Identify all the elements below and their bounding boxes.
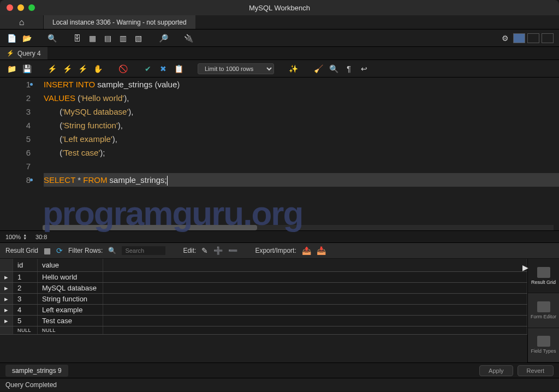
toggle-autocommit-button[interactable]: 🚫 <box>117 63 129 75</box>
open-file-button[interactable]: 📁 <box>5 63 17 75</box>
execute-button[interactable]: ⚡ <box>46 63 58 75</box>
sql-editor[interactable]: 12345678 INSERT INTO sample_strings (val… <box>0 78 559 230</box>
wrap-button[interactable]: ↩ <box>358 63 370 75</box>
bottom-tabs: sample_strings 9 Apply Revert <box>0 363 559 378</box>
close-window-button[interactable] <box>7 4 13 11</box>
collapse-arrow-icon[interactable]: ▶ <box>522 263 528 272</box>
reconnect-button[interactable]: 🔌 <box>182 32 194 44</box>
delete-row-icon[interactable]: ➖ <box>228 246 237 255</box>
maximize-window-button[interactable] <box>28 4 35 11</box>
add-row-icon[interactable]: ➕ <box>213 246 223 255</box>
column-header-empty <box>103 259 527 272</box>
create-schema-button[interactable]: 🗄 <box>71 32 83 44</box>
table-row[interactable]: ▸4Left example <box>0 305 527 316</box>
edit-row-icon[interactable]: ✎ <box>201 246 208 255</box>
result-grid-tab[interactable]: Result Grid <box>528 259 559 293</box>
zoom-control[interactable]: 100% ▲▼ <box>5 234 27 240</box>
result-toolbar: Result Grid ▦ ⟳ Filter Rows: 🔍 Edit: ✎ ➕… <box>0 242 559 259</box>
result-sidebar: ▶ Result Grid Form Editor Field Types <box>527 259 559 363</box>
table-row[interactable]: ▸3String function <box>0 294 527 305</box>
query-tab[interactable]: ⚡ Query 4 <box>0 47 47 60</box>
query-tab-label: Query 4 <box>17 50 41 57</box>
result-table[interactable]: id value ▸1Hello world▸2MySQL database▸3… <box>0 259 527 335</box>
editor-code[interactable]: INSERT INTO sample_strings (value)VALUES… <box>37 78 559 230</box>
result-grid[interactable]: id value ▸1Hello world▸2MySQL database▸3… <box>0 259 527 363</box>
query-tabs: ⚡ Query 4 <box>0 47 559 60</box>
invisible-chars-button[interactable]: ¶ <box>343 63 355 75</box>
titlebar: MySQL Workbench <box>0 0 559 15</box>
editor-status-bar: 100% ▲▼ 30:8 <box>0 230 559 242</box>
export-icon[interactable]: 📤 <box>302 246 311 255</box>
editor-gutter: 12345678 <box>0 78 37 230</box>
revert-button[interactable]: Revert <box>518 365 554 376</box>
beautify-button[interactable]: ✨ <box>287 63 299 75</box>
result-tab[interactable]: sample_strings 9 <box>5 365 68 377</box>
export-label: Export/Import: <box>255 247 296 254</box>
save-file-button[interactable]: 💾 <box>21 63 33 75</box>
connection-tab[interactable]: Local instance 3306 - Warning - not supp… <box>44 15 195 29</box>
editor-scrollbar-thumb[interactable] <box>43 225 257 230</box>
settings-icon[interactable]: ⚙ <box>499 32 511 44</box>
field-icon <box>537 336 550 347</box>
open-sql-file-button[interactable]: 📂 <box>21 32 33 44</box>
main-toolbar: 📄 📂 🔍 🗄 ▦ ▤ ▥ ▧ 🔎 🔌 ⚙ <box>0 29 559 47</box>
zoom-arrows-icon[interactable]: ▲▼ <box>23 234 27 240</box>
rollback-button[interactable]: ✖ <box>157 63 169 75</box>
limit-select[interactable]: Limit to 1000 rows <box>198 63 274 74</box>
table-row[interactable]: ▸1Hello world <box>0 272 527 283</box>
search-table-data-button[interactable]: 🔎 <box>157 32 169 44</box>
traffic-lights <box>0 4 35 11</box>
window-title: MySQL Workbench <box>249 4 310 12</box>
filter-input[interactable] <box>122 246 165 255</box>
create-view-button[interactable]: ▤ <box>102 32 114 44</box>
create-procedure-button[interactable]: ▥ <box>117 32 129 44</box>
table-row[interactable]: ▸5Test case <box>0 316 527 326</box>
import-icon[interactable]: 📥 <box>317 246 326 255</box>
refresh-icon[interactable]: ⟳ <box>56 246 63 255</box>
create-table-button[interactable]: ▦ <box>86 32 98 44</box>
form-icon <box>537 301 550 312</box>
editor-scrollbar[interactable] <box>43 225 554 230</box>
result-area: id value ▸1Hello world▸2MySQL database▸3… <box>0 259 559 363</box>
stop-button[interactable]: ✋ <box>92 63 104 75</box>
grid-view-icon[interactable]: ▦ <box>44 246 51 255</box>
connection-bar: ⌂ Local instance 3306 - Warning - not su… <box>0 15 559 29</box>
search-button[interactable]: 🔍 <box>328 63 340 75</box>
bolt-icon: ⚡ <box>7 50 14 57</box>
inspector-button[interactable]: 🔍 <box>46 32 58 44</box>
table-row-null[interactable]: NULLNULL <box>0 326 527 335</box>
execute-current-button[interactable]: ⚡ <box>61 63 73 75</box>
new-sql-tab-button[interactable]: 📄 <box>5 32 17 44</box>
editor-toolbar: 📁 💾 ⚡ ⚡ ⚡ ✋ 🚫 ✔ ✖ 📋 Limit to 1000 rows ✨… <box>0 60 559 78</box>
edit-label: Edit: <box>183 247 196 254</box>
toggle-left-panel-button[interactable] <box>513 33 525 43</box>
table-row[interactable]: ▸2MySQL database <box>0 283 527 294</box>
zoom-value: 100% <box>5 234 21 240</box>
toggle-right-panel-button[interactable] <box>542 33 554 43</box>
column-header-value[interactable]: value <box>38 259 103 272</box>
apply-button[interactable]: Apply <box>479 365 513 376</box>
find-button[interactable]: 🧹 <box>312 63 324 75</box>
filter-label: Filter Rows: <box>68 247 103 254</box>
form-editor-tab[interactable]: Form Editor <box>528 293 559 328</box>
field-types-tab[interactable]: Field Types <box>528 328 559 363</box>
minimize-window-button[interactable] <box>17 4 24 11</box>
search-icon: 🔍 <box>108 247 116 254</box>
commit-button[interactable]: ✔ <box>142 63 154 75</box>
create-function-button[interactable]: ▧ <box>132 32 144 44</box>
cursor-position: 30:8 <box>35 234 47 240</box>
column-header-id[interactable]: id <box>13 259 38 272</box>
status-text: Query Completed <box>5 381 57 389</box>
result-grid-label: Result Grid <box>5 247 38 254</box>
grid-icon <box>537 267 550 278</box>
home-tab[interactable]: ⌂ <box>0 15 44 29</box>
explain-button[interactable]: ⚡ <box>76 63 88 75</box>
row-selector-header[interactable] <box>0 259 13 272</box>
status-bar: Query Completed <box>0 378 559 391</box>
home-icon: ⌂ <box>19 17 25 27</box>
toggle-bottom-panel-button[interactable] <box>527 33 539 43</box>
toggle-limit-button[interactable]: 📋 <box>173 63 185 75</box>
